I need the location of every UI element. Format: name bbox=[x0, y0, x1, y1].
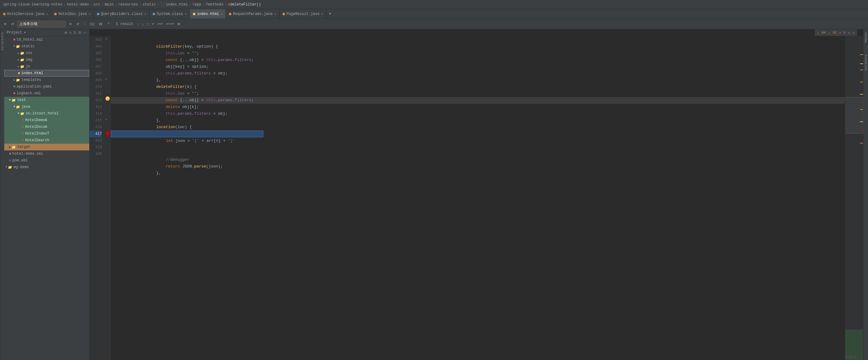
tab-close-btn[interactable]: ✕ bbox=[145, 12, 146, 16]
tab-page-result[interactable]: PageResult.java ✕ bbox=[279, 9, 327, 19]
sidebar-dropdown-icon[interactable]: ▼ bbox=[24, 31, 26, 34]
sidebar-item-css[interactable]: ▶ 📁 css bbox=[4, 50, 89, 56]
sidebar-gear-btn[interactable]: ⚙ bbox=[78, 30, 82, 35]
tab-icon bbox=[54, 13, 57, 15]
warning-icon: ⚠ bbox=[817, 31, 819, 35]
sidebar-item-label: logback.xml bbox=[17, 91, 41, 95]
breadcrumb-item[interactable]: spring-cloud-learning-notes bbox=[3, 2, 62, 7]
sidebar-item-cn-itcast[interactable]: ▼ 📁 cn.itcast.hotel bbox=[4, 110, 89, 117]
minimap-viewport[interactable] bbox=[845, 97, 863, 134]
sidebar-item-java[interactable]: ▼ 📁 java bbox=[4, 104, 89, 110]
tab-request-params[interactable]: RequestParams.java ✕ bbox=[226, 9, 279, 19]
search-prev-btn[interactable]: ↑ bbox=[136, 22, 140, 27]
breadcrumb-item[interactable]: index.html bbox=[166, 2, 188, 7]
sidebar-item-static[interactable]: ▼ 📁 static bbox=[4, 43, 89, 50]
warning-count2[interactable]: 32 bbox=[833, 31, 837, 34]
sidebar-item-test[interactable]: ▼ 📁 test bbox=[4, 97, 89, 104]
sidebar-close-btn[interactable]: — bbox=[83, 30, 87, 35]
tab-hotel-doc[interactable]: HotelDoc.java ✕ bbox=[51, 9, 94, 19]
sidebar-sort-btn[interactable]: ≡ bbox=[69, 30, 71, 35]
code-line-419[interactable]: return JSON.parse(json); bbox=[111, 157, 845, 163]
warning-count[interactable]: 64 bbox=[822, 31, 826, 34]
tab-close-btn[interactable]: ✕ bbox=[89, 12, 91, 16]
breadcrumb-item[interactable]: m bbox=[228, 2, 230, 7]
breadcrumb-item[interactable]: P bbox=[206, 2, 208, 7]
breadcrumb-item[interactable]: static bbox=[143, 2, 156, 7]
warnings-up-btn[interactable]: ∧ bbox=[848, 31, 850, 34]
tab-close-btn[interactable]: ✕ bbox=[321, 12, 323, 16]
sidebar-item-hotel-search[interactable]: C HotelSearch bbox=[4, 137, 89, 144]
tab-close-btn[interactable]: ✕ bbox=[185, 12, 187, 16]
breadcrumb-item[interactable]: hotel-demo bbox=[67, 2, 89, 7]
sidebar-item-img[interactable]: ▶ 📁 img bbox=[4, 56, 89, 63]
code-line-416[interactable]: let arr = loc.split(", "); bbox=[111, 124, 845, 131]
sidebar-item-templates[interactable]: ▶ 📁 templates bbox=[4, 77, 89, 83]
code-line-410[interactable]: this.loc = ""; bbox=[111, 84, 845, 90]
tab-hotel-service[interactable]: HotelService.java ✕ bbox=[0, 9, 51, 19]
tab-index-html[interactable]: index.html ✕ bbox=[190, 9, 226, 19]
sidebar-item-target[interactable]: ▶ 📁 target bbox=[4, 144, 89, 150]
maven-label[interactable]: Maven bbox=[864, 32, 868, 43]
search-expand-btn[interactable]: □ bbox=[146, 22, 150, 27]
breakpoint-marker[interactable] bbox=[106, 131, 110, 135]
search-replace2-btn[interactable]: ↵↵ bbox=[157, 21, 164, 27]
sidebar-item-js[interactable]: ▶ 📁 js bbox=[4, 63, 89, 70]
search-close-btn[interactable]: ✕ bbox=[2, 21, 8, 27]
sidebar-sort2-btn[interactable]: ⇅ bbox=[73, 30, 76, 35]
search-replace3-btn[interactable]: ↵↵↵ bbox=[165, 21, 175, 27]
sidebar-item-tb-hotel-sql[interactable]: ■ tb_hotel.sql bbox=[4, 36, 89, 43]
breadcrumb-item[interactable]: main bbox=[105, 2, 114, 7]
sidebar-item-pom-xml[interactable]: m pom.xml bbox=[4, 157, 89, 164]
breadcrumb-item[interactable]: resources bbox=[118, 2, 138, 7]
search-regex2-btn[interactable]: ＊ bbox=[105, 21, 112, 27]
tab-overflow[interactable]: ▼ bbox=[327, 12, 334, 16]
code-line-417[interactable]: let json = '[' + arr[0] + ']' bbox=[111, 131, 263, 137]
sidebar-item-hotel-index-t[interactable]: C HotelIndexT bbox=[4, 130, 89, 137]
search-regex-btn[interactable]: ↺ bbox=[10, 21, 15, 27]
sidebar-item-hotel-docum[interactable]: C HotelDocum bbox=[4, 123, 89, 130]
breadcrumb-item[interactable]: app bbox=[195, 2, 202, 7]
structure-label[interactable]: Structure bbox=[1, 32, 4, 50]
code-line-405[interactable]: const {...obj} = this.params.filters; bbox=[111, 50, 845, 57]
search-undo-btn[interactable]: ↺ bbox=[75, 21, 81, 27]
tab-system-class[interactable]: System.class ✕ bbox=[150, 9, 190, 19]
code-line-403[interactable]: clickFilter(key, option) { bbox=[111, 37, 845, 43]
tab-bar: HotelService.java ✕ HotelDoc.java ✕ Quer… bbox=[0, 9, 868, 19]
database-label[interactable]: Database bbox=[864, 55, 868, 71]
error-count[interactable]: 9 bbox=[843, 31, 845, 34]
breadcrumb-item[interactable]: deleteFilter() bbox=[230, 2, 261, 7]
search-replace1-btn[interactable]: ↵ bbox=[151, 21, 155, 27]
sidebar-item-application-yaml[interactable]: ■ application.yaml bbox=[4, 83, 89, 90]
code-line-407[interactable]: this.params.filters = obj; bbox=[111, 63, 845, 70]
code-line-404[interactable]: this.loc = ""; bbox=[111, 43, 845, 50]
tab-query-builders[interactable]: QueryBuilders.class ✕ bbox=[94, 9, 150, 19]
code-line-411[interactable]: const {...obj} = this.params.filters; bbox=[111, 90, 845, 97]
search-word-btn[interactable]: W bbox=[97, 21, 103, 27]
warnings-down-btn[interactable]: ∨ bbox=[852, 31, 855, 34]
sidebar-item-hotel-demo-iml[interactable]: ■ hotel-demo.iml bbox=[4, 150, 89, 157]
tab-close-btn[interactable]: ✕ bbox=[221, 12, 222, 16]
search-filter-btn[interactable]: ⊞ bbox=[177, 21, 181, 27]
search-next-btn[interactable]: ↓ bbox=[141, 22, 145, 27]
code-line-413[interactable]: this.params.filters = obj; bbox=[111, 104, 845, 110]
code-line-418[interactable]: //debugger bbox=[111, 150, 845, 157]
code-line-415[interactable]: location(loc) { bbox=[111, 117, 845, 124]
tab-close-btn[interactable]: ✕ bbox=[46, 12, 48, 16]
tab-close-btn[interactable]: ✕ bbox=[274, 12, 276, 16]
sidebar-item-logback-xml[interactable]: ■ logback.xml bbox=[4, 90, 89, 97]
sidebar-item-index-html[interactable]: ■ index.html bbox=[4, 70, 89, 77]
tab-label: QueryBuilders.class bbox=[101, 12, 143, 16]
search-input[interactable] bbox=[17, 21, 66, 27]
sidebar-item-hotel-demo-a[interactable]: C HotelDemoA bbox=[4, 117, 89, 123]
breadcrumb-item[interactable]: src bbox=[94, 2, 100, 7]
breadcrumb-item[interactable]: V bbox=[192, 2, 194, 7]
breadcrumb-item[interactable]: methods bbox=[208, 2, 223, 7]
lightbulb-icon[interactable]: 💡 bbox=[105, 96, 110, 101]
folder-arrow-icon: ▶ bbox=[13, 78, 15, 82]
search-case-btn[interactable]: Cc bbox=[89, 21, 96, 27]
search-close2-btn[interactable]: ✕ bbox=[68, 21, 73, 27]
sidebar-settings-btn[interactable]: ⊕ bbox=[64, 30, 67, 35]
sidebar-item-mg-demo[interactable]: ▼ 📁 mg-demo bbox=[4, 164, 89, 170]
code-line-409[interactable]: deleteFilter(k) { bbox=[111, 77, 845, 84]
warnings-bar: ⚠ 64 ⚠ 32 ✕ 9 ∧ ∨ bbox=[815, 29, 857, 36]
